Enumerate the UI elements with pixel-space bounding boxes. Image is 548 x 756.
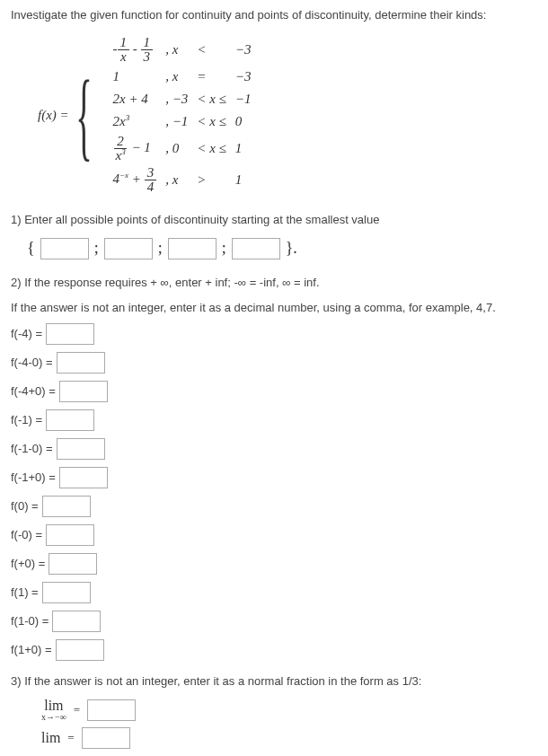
value-row: f(-1-0) = (11, 438, 537, 460)
set-close: }. (286, 237, 297, 259)
q2-text: 2) If the response requires + ∞, enter +… (11, 275, 537, 291)
value-input-7[interactable] (46, 524, 94, 546)
lim-1: lim x→−∞ (41, 699, 66, 722)
value-label: f(0) = (11, 498, 39, 514)
value-label: f(1) = (11, 585, 39, 601)
value-label: f(-1-0) = (11, 441, 53, 457)
q2-hint: If the answer is not an integer, enter i… (11, 300, 537, 316)
value-label: f(-4+0) = (11, 383, 56, 400)
q1-text: 1) Enter all possible points of disconti… (11, 212, 537, 228)
value-row: f(-0) = (11, 524, 537, 546)
case-bound: −3 (235, 40, 252, 59)
case-bound: −3 (235, 67, 252, 86)
case-expr: 2x3 (113, 112, 157, 131)
lim-sub-1: x→−∞ (41, 713, 66, 722)
eq-1: = (74, 702, 80, 718)
case-rel: > (197, 171, 226, 189)
value-input-11[interactable] (56, 639, 104, 661)
case-expr: 2x + 4 (113, 90, 157, 109)
value-label: f(-4) = (11, 326, 42, 342)
case-rel: < (197, 40, 226, 59)
case-var: , −1 (165, 112, 188, 131)
value-input-6[interactable] (42, 496, 91, 517)
value-input-10[interactable] (52, 611, 101, 632)
value-input-3[interactable] (46, 409, 94, 431)
value-row: f(0) = (11, 496, 537, 517)
case-bound: −1 (235, 90, 252, 109)
value-row: f(1) = (11, 582, 537, 603)
case-rel: < x ≤ (197, 90, 226, 109)
value-label: f(1+0) = (11, 642, 52, 658)
value-input-4[interactable] (57, 438, 105, 460)
point-input-1[interactable] (40, 238, 89, 259)
case-rel: < x ≤ (197, 139, 226, 158)
set-sep-1: ; (94, 237, 99, 259)
eq-2: = (67, 730, 74, 746)
point-input-3[interactable] (168, 238, 217, 259)
point-input-4[interactable] (232, 238, 280, 259)
limit-row-1: lim x→−∞ = (41, 699, 537, 722)
value-label: f(1-0) = (11, 613, 49, 629)
fn-name: f(x) = (38, 106, 69, 125)
case-expr: -1x - 13 (113, 36, 157, 64)
value-input-2[interactable] (59, 381, 108, 402)
lim-label-1: lim (44, 699, 63, 713)
q3-text: 3) If the answer is not an integer, ente… (11, 673, 537, 690)
lim-label-2: lim (41, 731, 60, 745)
value-input-5[interactable] (59, 467, 108, 488)
value-row: f(-1) = (11, 409, 537, 431)
case-rel: = (197, 67, 226, 86)
set-sep-3: ; (222, 237, 226, 259)
value-row: f(+0) = (11, 553, 537, 575)
value-input-9[interactable] (42, 582, 91, 603)
value-row: f(-4-0) = (11, 352, 537, 374)
case-bound: 1 (235, 171, 252, 189)
value-row: f(-4) = (11, 323, 537, 345)
value-row: f(1+0) = (11, 639, 537, 661)
case-var: , −3 (165, 90, 188, 109)
cases-grid: -1x - 13, x<−31, x=−32x + 4, −3< x ≤−12x… (113, 36, 252, 194)
piecewise-function: f(x) = { -1x - 13, x<−31, x=−32x + 4, −3… (38, 36, 537, 194)
page-title: Investigate the given function for conti… (11, 7, 537, 23)
value-label: f(-4-0) = (11, 355, 53, 371)
case-expr: 4−x + 34 (113, 166, 157, 194)
limit-input-1[interactable] (87, 699, 136, 721)
set-sep-2: ; (158, 237, 163, 259)
case-var: , x (165, 171, 188, 189)
value-label: f(-1) = (11, 412, 42, 428)
case-bound: 0 (235, 112, 252, 131)
limit-row-2: lim = (41, 727, 537, 749)
value-row: f(1-0) = (11, 611, 537, 632)
value-row: f(-4+0) = (11, 381, 537, 402)
point-input-2[interactable] (104, 238, 153, 259)
case-var: , x (165, 40, 188, 59)
lim-2: lim (41, 731, 60, 745)
case-expr: 2x3 − 1 (113, 135, 157, 163)
case-var: , x (165, 67, 188, 86)
case-var: , 0 (165, 139, 188, 158)
value-input-1[interactable] (57, 352, 105, 374)
limit-input-2[interactable] (82, 727, 130, 749)
case-bound: 1 (235, 139, 252, 158)
value-label: f(+0) = (11, 556, 45, 572)
case-rel: < x ≤ (197, 112, 226, 131)
value-rows: f(-4) =f(-4-0) =f(-4+0) =f(-1) =f(-1-0) … (11, 323, 537, 661)
value-row: f(-1+0) = (11, 467, 537, 488)
value-input-0[interactable] (46, 323, 94, 345)
case-expr: 1 (113, 67, 157, 86)
set-open: { (27, 237, 35, 259)
points-set: { ; ; ; }. (27, 237, 537, 259)
value-input-8[interactable] (49, 553, 97, 575)
brace: { (75, 81, 92, 150)
value-label: f(-0) = (11, 527, 42, 543)
value-label: f(-1+0) = (11, 470, 56, 486)
